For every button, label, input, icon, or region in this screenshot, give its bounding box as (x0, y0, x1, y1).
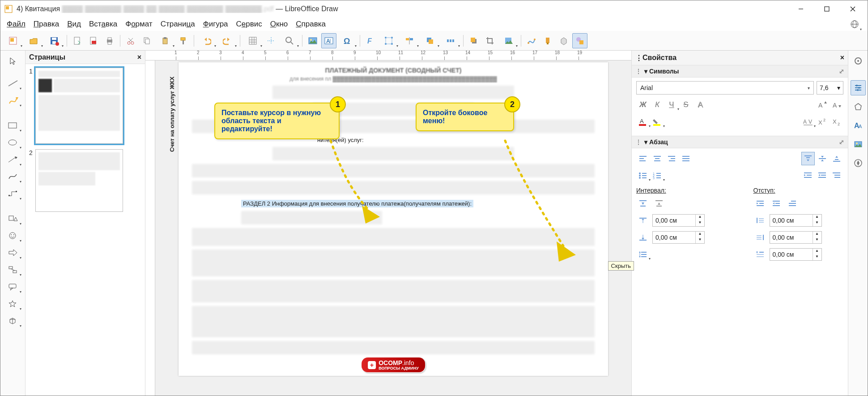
italic-button[interactable]: К (651, 98, 664, 112)
deck-navigator-icon[interactable] (851, 155, 866, 171)
align-center-button[interactable] (651, 152, 664, 165)
undo-button[interactable]: ▾ (197, 33, 217, 48)
insert-special-char-button[interactable]: Ω▾ (337, 33, 357, 48)
align-right-button[interactable] (665, 152, 678, 165)
print-button[interactable] (102, 33, 117, 48)
flowchart-tool[interactable]: ▾ (4, 262, 22, 277)
zoom-button[interactable]: ▾ (280, 33, 299, 48)
line-color-tool[interactable]: ▾ (4, 76, 22, 91)
menu-view[interactable]: Вид (64, 19, 85, 30)
deck-styles-icon[interactable]: AA (851, 118, 866, 133)
new-button[interactable]: ▾ (3, 33, 23, 48)
align-objects-button[interactable]: ▾ (400, 33, 419, 48)
close-sidebar-button[interactable]: × (840, 54, 844, 62)
toggle-points-button[interactable] (524, 33, 539, 48)
indent-inc-btn[interactable] (753, 197, 767, 210)
fill-color-tool[interactable]: ▾ (4, 93, 22, 108)
block-arrows-tool[interactable]: ▾ (4, 245, 22, 260)
underline-button[interactable]: Ч▾ (665, 98, 678, 112)
clone-format-button[interactable] (176, 33, 191, 48)
decrease-font-button[interactable]: A (830, 98, 843, 112)
strike-button[interactable]: S (679, 98, 693, 112)
valign-top-button[interactable] (801, 152, 815, 165)
highlight-color-button[interactable]: ▾ (651, 115, 664, 129)
expand-section-icon[interactable]: ⤢ (839, 68, 844, 75)
basic-shapes-tool[interactable]: ▾ (4, 211, 22, 226)
increase-indent-button[interactable] (801, 169, 815, 182)
ellipse-tool[interactable]: ▾ (4, 135, 22, 150)
menu-shape[interactable]: Фигура (200, 19, 232, 30)
export-button[interactable] (70, 33, 85, 48)
menu-file[interactable]: Файл (3, 19, 29, 30)
bullet-list-button[interactable]: ▾ (636, 169, 650, 182)
document-page[interactable]: Счет на оплату услуг ЖКХ ПЛАТЕЖНЫЙ ДОКУМ… (179, 62, 608, 376)
superscript-button[interactable]: X2 (816, 115, 829, 129)
insert-image-button[interactable] (305, 33, 320, 48)
minimize-button[interactable] (788, 0, 814, 17)
valign-bottom-button[interactable] (830, 152, 843, 165)
font-size-select[interactable]: 7,6▾ (817, 81, 843, 95)
cut-button[interactable] (123, 33, 138, 48)
indent-dec-btn[interactable] (770, 197, 783, 210)
menu-tools[interactable]: Сервис (233, 19, 266, 30)
font-color-button[interactable]: A▾ (636, 115, 650, 129)
decrease-indent-button[interactable] (816, 169, 829, 182)
shadow-button[interactable] (466, 33, 481, 48)
connector-tool[interactable]: ▾ (4, 186, 22, 201)
arrange-button[interactable]: ▾ (420, 33, 440, 48)
menu-window[interactable]: Окно (267, 19, 292, 30)
text-shadow-button[interactable]: A (694, 98, 707, 112)
align-justify-button[interactable] (679, 152, 693, 165)
maximize-button[interactable] (814, 0, 840, 17)
stars-tool[interactable]: ▾ (4, 296, 22, 311)
grid-button[interactable]: ▾ (243, 33, 263, 48)
close-window-button[interactable] (840, 0, 866, 17)
save-button[interactable]: ▾ (44, 33, 64, 48)
font-name-select[interactable]: Arial▾ (636, 81, 814, 95)
expand-section-icon[interactable]: ⤢ (839, 138, 844, 146)
callout-shapes-tool[interactable]: ▾ (4, 279, 22, 294)
page-thumb-1[interactable] (35, 68, 123, 144)
menu-page[interactable]: Страница (157, 19, 199, 30)
indent-first-btn[interactable] (786, 197, 799, 210)
language-icon[interactable]: ▾ (847, 17, 862, 32)
open-button[interactable]: ▾ (24, 33, 43, 48)
selected-text[interactable]: РАЗДЕЛ 2 Информация для внесения получат… (241, 200, 473, 207)
space-before-dec-button[interactable] (652, 197, 666, 210)
space-below-input[interactable]: 0,00 см▲▼ (652, 231, 705, 244)
indent-first-line-input[interactable]: 0,00 см▲▼ (770, 248, 822, 261)
show-draw-functions-button[interactable] (572, 33, 587, 48)
fontwork-button[interactable]: F (363, 33, 378, 48)
deck-properties-icon[interactable] (851, 80, 866, 95)
close-pages-panel-button[interactable]: × (137, 53, 141, 61)
align-left-button[interactable] (636, 152, 650, 165)
page-thumb-2[interactable] (35, 149, 123, 212)
increase-font-button[interactable]: A (816, 98, 829, 112)
select-tool[interactable] (4, 53, 22, 69)
symbol-shapes-tool[interactable]: ▾ (4, 228, 22, 243)
crop-button[interactable] (482, 33, 498, 48)
subscript-button[interactable]: X2 (830, 115, 843, 129)
paste-button[interactable]: ▾ (155, 33, 175, 48)
insert-textbox-button[interactable]: A (321, 33, 336, 48)
copy-button[interactable] (139, 33, 154, 48)
line-arrow-tool[interactable]: ▾ (4, 152, 22, 167)
hanging-indent-button[interactable] (830, 169, 843, 182)
export-pdf-button[interactable] (86, 33, 101, 48)
menu-format[interactable]: Формат (122, 19, 156, 30)
glue-points-button[interactable] (540, 33, 555, 48)
extrusion-button[interactable] (556, 33, 571, 48)
3d-objects-tool[interactable]: ▾ (4, 313, 22, 328)
menu-help[interactable]: Справка (292, 19, 329, 30)
distribute-button[interactable]: ▾ (441, 33, 460, 48)
filter-button[interactable]: ▾ (498, 33, 518, 48)
menu-insert[interactable]: Вставка (85, 19, 121, 30)
deck-gallery-icon[interactable] (851, 137, 866, 152)
sidebar-settings-icon[interactable] (851, 53, 866, 69)
char-spacing-button[interactable]: AV▾ (801, 115, 815, 129)
transform-button[interactable]: ▾ (379, 33, 399, 48)
indent-right-input[interactable]: 0,00 см▲▼ (770, 231, 822, 244)
rectangle-tool[interactable]: ▾ (4, 118, 22, 133)
space-above-input[interactable]: 0,00 см▲▼ (652, 214, 705, 227)
menu-edit[interactable]: ППравкаравка (30, 19, 63, 30)
